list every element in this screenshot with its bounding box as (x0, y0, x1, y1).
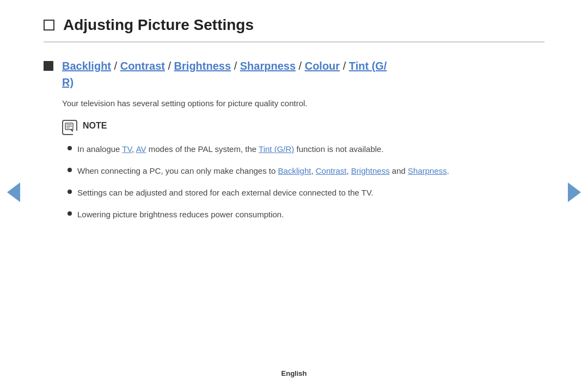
list-item: When connecting a PC, you can only make … (68, 164, 544, 178)
contrast-link-2[interactable]: Contrast (316, 166, 347, 175)
brightness-link[interactable]: Brightness (174, 60, 231, 72)
section-heading: Backlight / Contrast / Brightness / Shar… (62, 58, 544, 90)
note-pencil-icon (65, 123, 75, 132)
separator-5: / (340, 60, 349, 72)
footer: English (0, 363, 588, 384)
bullet-dot-icon (68, 146, 72, 150)
tv-link[interactable]: TV (122, 144, 132, 154)
bullet-text-4: Lowering picture brightness reduces powe… (77, 208, 544, 221)
list-item: In analogue TV, AV modes of the PAL syst… (68, 143, 544, 156)
av-link[interactable]: AV (136, 144, 146, 154)
list-item: Settings can be adjusted and stored for … (68, 186, 544, 199)
separator-2: / (165, 60, 174, 72)
sharpness-link-2[interactable]: Sharpness (408, 166, 447, 175)
bullet-dot-icon (68, 211, 72, 216)
backlight-link-2[interactable]: Backlight (278, 166, 311, 175)
sharpness-link[interactable]: Sharpness (240, 60, 296, 72)
section-description: Your television has several setting opti… (62, 97, 544, 110)
main-section: Backlight / Contrast / Brightness / Shar… (44, 58, 544, 230)
section-content: Backlight / Contrast / Brightness / Shar… (62, 58, 544, 230)
contrast-link[interactable]: Contrast (120, 60, 165, 72)
content-area: Adjusting Picture Settings Backlight / C… (0, 0, 588, 363)
note-label: NOTE (83, 120, 107, 131)
title-checkbox-icon (44, 20, 54, 31)
bullet-dot-icon (68, 168, 72, 172)
bullet-dot-icon (68, 190, 72, 194)
backlight-link[interactable]: Backlight (62, 60, 111, 72)
bullet-text-3: Settings can be adjusted and stored for … (77, 186, 544, 199)
colour-link[interactable]: Colour (305, 60, 340, 72)
note-box: NOTE (62, 120, 544, 135)
section-bullet-icon (44, 61, 53, 71)
separator-3: / (231, 60, 240, 72)
separator-4: / (296, 60, 305, 72)
bullet-text-1: In analogue TV, AV modes of the PAL syst… (77, 143, 544, 156)
page-title: Adjusting Picture Settings (63, 16, 254, 34)
tint-gr-link-1[interactable]: Tint (G/R) (259, 144, 294, 154)
brightness-link-2[interactable]: Brightness (351, 166, 390, 175)
bullet-list: In analogue TV, AV modes of the PAL syst… (62, 143, 544, 221)
page-title-section: Adjusting Picture Settings (44, 16, 544, 42)
page-container: Adjusting Picture Settings Backlight / C… (0, 0, 588, 384)
footer-language: English (281, 369, 307, 377)
note-icon (62, 120, 77, 135)
separator-1: / (111, 60, 120, 72)
list-item: Lowering picture brightness reduces powe… (68, 208, 544, 221)
bullet-text-2: When connecting a PC, you can only make … (77, 164, 544, 178)
